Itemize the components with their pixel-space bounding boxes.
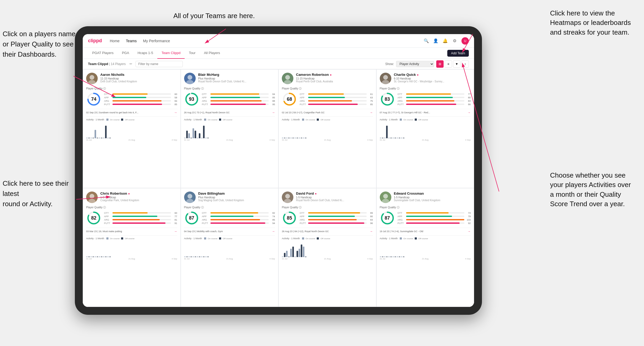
filter-button[interactable]: ▼ [453,60,460,68]
settings-icon[interactable]: ⚙ [452,38,457,44]
quality-circle[interactable]: 74 [86,92,101,107]
quality-circle[interactable]: 87 [184,210,199,226]
activity-bar [397,257,398,257]
off-course-label: Off course [125,119,134,121]
latest-round[interactable]: 03 Mar 23 | 19, Must make putting → [86,228,177,233]
nav-my-performance[interactable]: My Performance [143,38,170,44]
stat-bar-bg [406,100,465,102]
latest-round[interactable]: 04 Sep 23 | Mobility with coach, Gym → [184,228,275,233]
player-name[interactable]: Chris Robertson ● [100,191,177,195]
card-header: Charlie Quick ● 6-10 Handicap St. George… [380,73,471,84]
nav-home[interactable]: Home [110,38,120,44]
stat-bar-fill [406,219,465,220]
player-name[interactable]: Aaron Nicholls [100,73,177,77]
show-select[interactable]: Player Activity Quality Score Trend [396,61,434,67]
activity-chart [184,241,275,257]
quality-circle[interactable]: 87 [380,210,395,226]
player-name[interactable]: Cameron Robertson ● [296,73,373,77]
stat-bar-bg [210,212,269,214]
subtab-team-clippd[interactable]: Team Clippd [157,48,185,59]
activity-bar [92,257,94,257]
latest-round[interactable]: 19 Jul 23 | 74 (+4), Sunningdale GC - Ol… [380,228,471,233]
stat-bar-bg [406,93,465,95]
quality-circle[interactable]: 83 [380,92,395,107]
player-name[interactable]: Charlie Quick ● [394,73,471,77]
stat-label: OTT [104,212,111,214]
latest-round[interactable]: 07 Aug 23 | 77 (+7), St George's Hill GC… [380,109,471,114]
on-course-label: On course [208,237,217,240]
quality-number: 93 [189,97,194,102]
activity-bar [184,138,186,138]
stat-bar-bg [112,104,171,105]
latest-round[interactable]: 26 Aug 23 | 84 (+12), Royal North Devon … [282,228,373,233]
quality-section: 87 OTT 73 APP 79 ARG 103 PUTT 92 [380,210,471,226]
player-avatar [86,191,98,203]
off-course-dot [317,119,319,121]
quality-circle[interactable]: 93 [184,92,199,107]
player-card[interactable]: Blair McHarg Plus Handicap Royal North D… [181,69,279,188]
stat-bar-bg [406,97,465,98]
chart-dates: 31 Jul21 Aug4 Sep [282,258,373,260]
player-card[interactable]: Cameron Robertson ● 11-15 Handicap Royal… [278,69,376,188]
player-name[interactable]: Dave Billingham [198,191,275,195]
activity-header: Activity · 1 Month On course Off course [86,118,177,121]
stat-bar-bg [308,97,367,98]
profile-icon[interactable]: 👤 [433,38,438,44]
stat-row: PUTT 96 [300,222,373,225]
on-course-dot [204,237,206,239]
subtab-hcaps[interactable]: Hcaps 1-5 [133,48,157,59]
stat-bar-bg [112,212,171,214]
stat-label: PUTT [104,103,111,106]
search-filter [136,61,385,67]
activity-bar [294,257,296,257]
activity-bar [195,131,196,138]
stat-bar-fill [210,104,266,105]
quality-circle[interactable]: 68 [282,92,297,107]
add-team-button[interactable]: Add Team [447,50,469,57]
stat-label: APP [398,215,405,218]
grid-view-button[interactable]: ⊞ [436,60,444,68]
activity-bar [205,257,207,257]
subtab-pgat-players[interactable]: PGAT Players [88,48,118,59]
latest-round[interactable]: 02 Jul 23 | 59 (+17), Craigmillar Park G… [282,109,373,114]
quality-circle[interactable]: 82 [86,210,101,226]
player-name[interactable]: David Ford ● [296,191,373,195]
player-card[interactable]: Dave Billingham Plus Handicap Sog Maging… [181,188,279,307]
player-card[interactable]: David Ford ● 1-5 Handicap Royal North De… [278,188,376,307]
subtab-all-players[interactable]: All Players [200,48,224,59]
activity-bar [392,257,394,257]
search-input[interactable] [136,61,183,67]
latest-round[interactable]: 02 Sep 23 | Sundown round to get back in… [86,109,177,114]
activity-legend: On course Off course [204,237,232,240]
latest-round[interactable]: 26 Aug 23 | 73 (+1), Royal North Devon G… [184,109,275,114]
quality-circle[interactable]: 85 [282,210,297,226]
list-view-button[interactable]: ≡ [445,60,452,68]
player-card[interactable]: Charlie Quick ● 6-10 Handicap St. George… [376,69,474,188]
player-name[interactable]: Blair McHarg [198,73,275,77]
player-card[interactable]: Chris Robertson ● 1-5 Handicap Craigmill… [83,188,181,307]
on-course-dot [400,237,402,239]
player-card[interactable]: Edward Crossman 1-5 Handicap Sunningdale… [376,188,474,307]
activity-bar [301,244,302,257]
search-icon[interactable]: 🔍 [424,38,429,44]
off-course-dot [219,237,221,239]
activity-bar [399,138,400,138]
sort-button[interactable]: ↕ [461,60,469,68]
stat-bar-bg [210,97,269,98]
stat-label: OTT [300,212,307,214]
off-course-dot [415,237,417,239]
player-card[interactable]: Aaron Nicholls 11-15 Handicap Drift Golf… [83,69,181,188]
stat-label: ARG [202,219,209,221]
player-cards-grid: Aaron Nicholls 11-15 Handicap Drift Golf… [83,69,474,307]
edit-icon[interactable]: ✏ [129,62,132,66]
subtab-tour[interactable]: Tour [185,48,200,59]
activity-header: Activity · 1 Month On course Off course [184,237,275,240]
activity-bar [403,138,404,138]
player-name[interactable]: Edward Crossman [394,191,471,195]
activity-header: Activity · 1 Month On course Off course [282,118,373,121]
user-avatar[interactable]: U [461,37,469,45]
bell-icon[interactable]: 🔔 [443,38,448,44]
stat-row: APP 79 [398,215,471,218]
subtab-pga[interactable]: PGA [118,48,133,59]
nav-teams[interactable]: Teams [126,38,137,44]
